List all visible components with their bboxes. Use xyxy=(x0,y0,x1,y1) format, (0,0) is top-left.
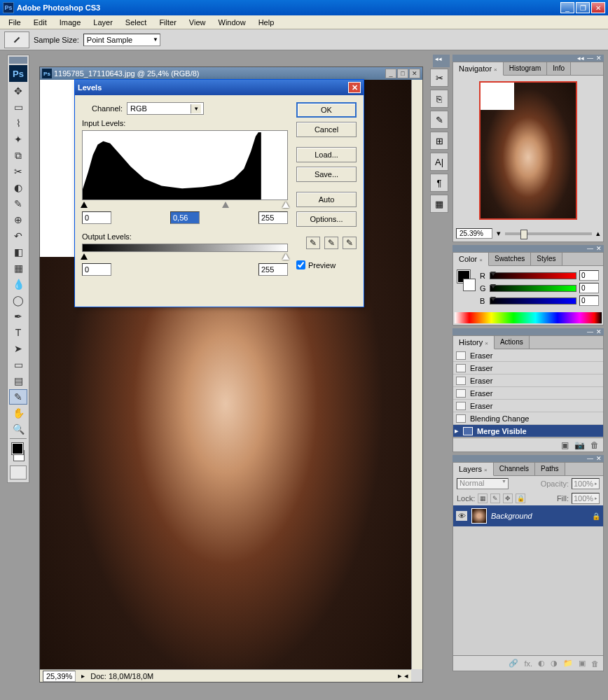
dodge-tool[interactable]: ◯ xyxy=(9,293,27,308)
tab-swatches[interactable]: Swatches xyxy=(489,253,531,265)
shape-tool[interactable]: ▭ xyxy=(9,357,27,372)
menu-image[interactable]: Image xyxy=(54,17,87,28)
sample-size-select[interactable]: Point Sample xyxy=(83,34,160,46)
menu-filter[interactable]: Filter xyxy=(153,17,181,28)
zoom-tool[interactable]: 🔍 xyxy=(9,421,27,437)
b-input[interactable] xyxy=(579,295,599,306)
healing-brush-tool[interactable]: ◐ xyxy=(9,180,27,195)
black-point-slider[interactable] xyxy=(81,202,88,208)
preview-checkbox-input[interactable] xyxy=(296,260,305,270)
link-layers-icon[interactable]: 🔗 xyxy=(509,659,518,668)
notes-tool[interactable]: ▤ xyxy=(9,373,27,388)
eyedropper-tool[interactable]: ✎ xyxy=(9,389,27,405)
output-white-field[interactable] xyxy=(258,263,288,276)
brush-tool[interactable]: ✎ xyxy=(9,196,27,211)
menu-view[interactable]: View xyxy=(184,17,212,28)
history-item[interactable]: Eraser xyxy=(453,362,603,374)
channel-select[interactable]: RGB xyxy=(127,102,204,115)
window-restore-button[interactable]: ❐ xyxy=(576,2,590,13)
gradient-tool[interactable]: ▦ xyxy=(9,260,27,276)
tab-paths[interactable]: Paths xyxy=(535,463,565,475)
delete-layer-icon[interactable]: 🗑 xyxy=(591,659,599,668)
lock-pixels-icon[interactable]: ✎ xyxy=(490,493,500,503)
menu-help[interactable]: Help xyxy=(253,17,280,28)
white-point-slider[interactable] xyxy=(282,202,289,208)
lock-position-icon[interactable]: ✥ xyxy=(503,493,513,503)
menu-window[interactable]: Window xyxy=(213,17,251,28)
layer-visibility-icon[interactable]: 👁 xyxy=(456,511,467,521)
g-slider[interactable] xyxy=(490,285,576,292)
history-item-selected[interactable]: ▸Merge Visible xyxy=(453,425,603,438)
r-slider[interactable] xyxy=(490,272,576,279)
mini-btn-7[interactable]: ▦ xyxy=(430,195,448,213)
gray-eyedropper[interactable]: ✎ xyxy=(324,237,338,249)
mini-btn-3[interactable]: ✎ xyxy=(430,111,448,129)
new-doc-from-state-icon[interactable]: ▣ xyxy=(561,440,569,450)
menu-edit[interactable]: Edit xyxy=(28,17,53,28)
doc-minimize-button[interactable]: _ xyxy=(385,69,396,78)
type-tool[interactable]: T xyxy=(9,325,27,340)
input-white-field[interactable] xyxy=(258,211,288,224)
tab-layers[interactable]: Layers× xyxy=(453,463,494,476)
opacity-input[interactable]: 100% xyxy=(572,478,600,489)
paragraph-panel-icon[interactable]: ¶ xyxy=(430,174,448,192)
output-slider[interactable] xyxy=(82,253,288,260)
layer-mask-icon[interactable]: ◐ xyxy=(538,659,545,668)
dock-grip[interactable]: ◂◂ xyxy=(433,55,450,67)
doc-maximize-button[interactable]: □ xyxy=(397,69,408,78)
layer-style-icon[interactable]: fx. xyxy=(524,659,532,668)
foreground-color[interactable] xyxy=(12,443,23,454)
input-mid-field[interactable] xyxy=(170,211,200,224)
color-panel-header[interactable]: —✕ xyxy=(452,245,604,252)
lasso-tool[interactable]: ⌇ xyxy=(9,115,27,131)
lock-all-icon[interactable]: 🔒 xyxy=(516,493,525,503)
save-button[interactable]: Save... xyxy=(296,167,357,182)
quick-mask-toggle[interactable] xyxy=(10,465,27,479)
history-item[interactable]: Eraser xyxy=(453,349,603,362)
window-minimize-button[interactable]: _ xyxy=(560,2,574,13)
layer-thumbnail[interactable] xyxy=(471,508,487,524)
history-item[interactable]: Eraser xyxy=(453,374,603,387)
color-swatches[interactable] xyxy=(11,442,26,463)
auto-button[interactable]: Auto xyxy=(296,192,357,207)
zoom-out-icon[interactable]: ▾ xyxy=(497,229,501,238)
tab-actions[interactable]: Actions xyxy=(495,336,530,349)
cancel-button[interactable]: Cancel xyxy=(296,122,357,137)
color-fg-bg-swatch[interactable] xyxy=(457,270,476,291)
navigator-panel-header[interactable]: ◂◂—✕ xyxy=(452,55,604,62)
pen-tool[interactable]: ✒ xyxy=(9,309,27,324)
history-item[interactable]: Blending Change xyxy=(453,412,603,425)
options-button[interactable]: Options... xyxy=(296,211,357,227)
toolbox-grip[interactable] xyxy=(9,57,27,64)
layer-name[interactable]: Background xyxy=(491,512,588,520)
output-black-slider[interactable] xyxy=(81,253,88,260)
history-item[interactable]: Eraser xyxy=(453,400,603,412)
blur-tool[interactable]: 💧 xyxy=(9,276,27,292)
menu-file[interactable]: File xyxy=(3,17,27,28)
tab-histogram[interactable]: Histogram xyxy=(504,62,548,75)
r-input[interactable] xyxy=(579,270,599,281)
tab-channels[interactable]: Channels xyxy=(494,463,535,475)
path-select-tool[interactable]: ➤ xyxy=(9,341,27,356)
output-black-field[interactable] xyxy=(82,263,111,276)
mini-btn-4[interactable]: ⊞ xyxy=(430,132,448,150)
tab-navigator[interactable]: Navigator× xyxy=(453,62,504,76)
midpoint-slider[interactable] xyxy=(222,202,229,208)
menu-select[interactable]: Select xyxy=(120,17,153,28)
eraser-tool[interactable]: ◧ xyxy=(9,244,27,260)
white-eyedropper[interactable]: ✎ xyxy=(343,237,357,249)
color-ramp[interactable] xyxy=(455,312,602,323)
slice-tool[interactable]: ✂ xyxy=(9,164,27,179)
new-layer-icon[interactable]: ▣ xyxy=(579,659,586,668)
document-titlebar[interactable]: Ps 1195785_17110643.jpg @ 25,4% (RGB/8) … xyxy=(40,67,422,80)
history-brush-tool[interactable]: ↶ xyxy=(9,228,27,244)
fill-input[interactable]: 100% xyxy=(572,493,600,504)
hand-tool[interactable]: ✋ xyxy=(9,405,27,421)
tab-color[interactable]: Color× xyxy=(453,253,489,266)
layer-background[interactable]: 👁 Background 🔒 xyxy=(453,505,603,526)
magic-wand-tool[interactable]: ✦ xyxy=(9,132,27,147)
g-input[interactable] xyxy=(579,283,599,293)
load-button[interactable]: Load... xyxy=(296,147,357,162)
preview-checkbox[interactable]: Preview xyxy=(296,260,357,270)
output-white-slider[interactable] xyxy=(282,253,289,260)
